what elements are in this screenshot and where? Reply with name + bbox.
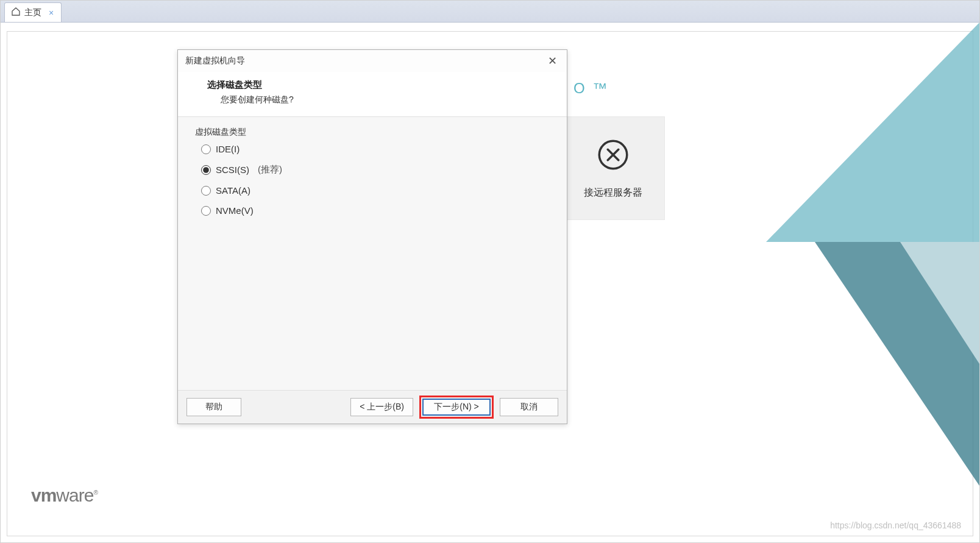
vmware-logo: vmware®: [31, 485, 98, 506]
radio-option-scsi[interactable]: SCSI(S) (推荐): [199, 159, 546, 180]
tile-label: 接远程服务器: [584, 186, 642, 199]
dialog-body: 虚拟磁盘类型 IDE(I) SCSI(S) (推荐) SATA(A): [178, 117, 567, 390]
dialog-footer: 帮助 < 上一步(B) 下一步(N) > 取消: [178, 390, 567, 424]
next-button-highlight: 下一步(N) >: [419, 396, 494, 419]
brand-suffix: O ™: [573, 80, 609, 97]
radio-option-ide[interactable]: IDE(I): [199, 139, 546, 159]
radio-sata[interactable]: [201, 186, 211, 196]
radio-hint: (推荐): [258, 164, 282, 176]
radio-label: SATA(A): [216, 185, 250, 196]
tab-home[interactable]: 主页 ×: [4, 2, 62, 22]
radio-option-nvme[interactable]: NVMe(V): [199, 201, 546, 221]
dialog-header: 选择磁盘类型 您要创建何种磁盘?: [178, 72, 567, 117]
action-tile-remote[interactable]: 接远程服务器: [561, 116, 665, 220]
tab-label: 主页: [24, 7, 41, 18]
radio-ide[interactable]: [201, 144, 211, 154]
radio-label: NVMe(V): [216, 205, 254, 216]
help-button[interactable]: 帮助: [186, 398, 241, 416]
close-icon[interactable]: ✕: [545, 52, 559, 70]
back-button[interactable]: < 上一步(B): [350, 398, 413, 416]
dialog-title: 新建虚拟机向导: [185, 55, 245, 66]
tab-bar: 主页 ×: [1, 1, 979, 23]
next-button[interactable]: 下一步(N) >: [422, 399, 491, 416]
radio-nvme[interactable]: [201, 206, 211, 216]
radio-scsi[interactable]: [201, 165, 211, 175]
group-label: 虚拟磁盘类型: [191, 127, 250, 138]
app-window: 主页 × O ™ 接远程服务器 vmware® https://blog.csd…: [0, 0, 980, 543]
home-icon: [11, 7, 21, 18]
radio-option-sata[interactable]: SATA(A): [199, 180, 546, 201]
cancel-button[interactable]: 取消: [500, 398, 558, 416]
dialog-subheading: 您要创建何种磁盘?: [221, 94, 555, 105]
dialog-heading: 选择磁盘类型: [207, 79, 555, 91]
remote-connect-icon: [596, 138, 630, 174]
tab-close-icon[interactable]: ×: [49, 8, 54, 18]
disk-type-group: 虚拟磁盘类型 IDE(I) SCSI(S) (推荐) SATA(A): [189, 128, 556, 227]
radio-label: SCSI(S): [216, 165, 249, 175]
new-vm-wizard-dialog: 新建虚拟机向导 ✕ 选择磁盘类型 您要创建何种磁盘? 虚拟磁盘类型 IDE(I)…: [177, 49, 567, 424]
watermark-text: https://blog.csdn.net/qq_43661488: [830, 520, 961, 530]
radio-label: IDE(I): [216, 144, 240, 154]
dialog-titlebar: 新建虚拟机向导 ✕: [178, 50, 567, 72]
